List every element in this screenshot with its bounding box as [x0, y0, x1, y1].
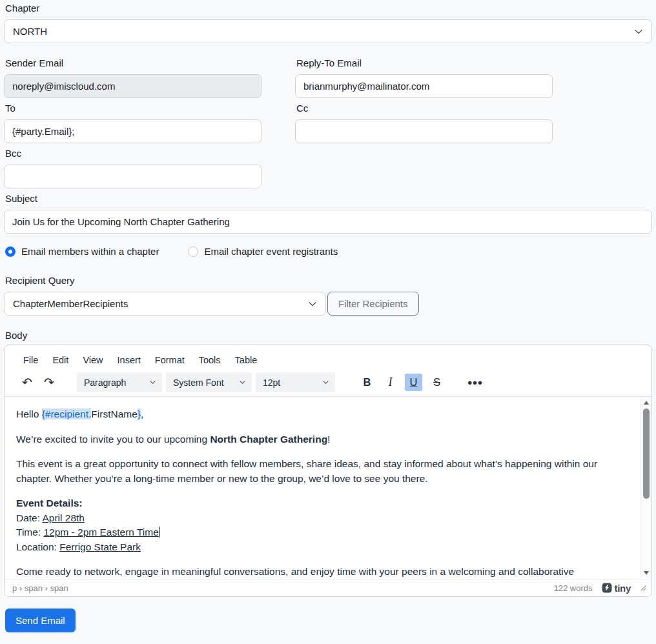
chapter-select-value: NORTH [13, 26, 47, 37]
closing-paragraph: Come ready to network, engage in meaning… [16, 565, 615, 579]
editor-toolbar: ↶ ↷ Paragraph System Font 12pt [5, 368, 651, 397]
menubar-item-tools[interactable]: Tools [193, 353, 227, 367]
tiny-logo-text: tiny [615, 583, 631, 594]
to-field[interactable] [4, 119, 261, 143]
font-size-select[interactable]: 12pt [256, 372, 335, 392]
cc-label: Cc [296, 101, 553, 115]
undo-icon: ↶ [22, 376, 32, 388]
text-cursor [159, 527, 161, 538]
event-time: 12pm - 2pm Eastern Time [43, 527, 158, 538]
chevron-down-icon [308, 299, 317, 308]
bcc-label: Bcc [5, 146, 261, 160]
send-email-button[interactable]: Send Email [5, 609, 76, 632]
description-paragraph: This event is a great opportunity to con… [16, 457, 615, 486]
paragraph-style-select[interactable]: Paragraph [77, 372, 162, 392]
filter-recipients-button[interactable]: Filter Recipients [327, 292, 419, 316]
radio-unchecked-icon[interactable] [188, 247, 198, 257]
underline-button[interactable]: U [405, 374, 422, 391]
greeting-paragraph: Hello {#recipient.FirstName}, [16, 407, 615, 422]
chapter-field-group: Chapter NORTH [4, 1, 652, 43]
undo-button[interactable]: ↶ [17, 373, 37, 392]
radio-checked-icon[interactable] [5, 247, 15, 257]
recipient-query-label: Recipient Query [5, 274, 652, 287]
recipient-query-group: Recipient Query ChapterMemberRecipients … [4, 274, 652, 316]
reply-to-group: Reply-To Email [295, 56, 553, 98]
chevron-down-icon [149, 379, 156, 386]
resize-handle[interactable] [640, 585, 646, 591]
font-family-select[interactable]: System Font [166, 372, 252, 392]
invite-paragraph: We’re excited to invite you to our upcom… [16, 432, 615, 447]
scroll-down-icon[interactable] [644, 571, 649, 575]
radio-event-registrants[interactable]: Email chapter event registrants [188, 246, 338, 257]
strikethrough-button[interactable]: S [428, 374, 446, 391]
recipient-query-value: ChapterMemberRecipients [13, 298, 128, 309]
menubar-item-file[interactable]: File [17, 353, 44, 367]
editor-content-wrap: Hello {#recipient.FirstName}, We’re exci… [5, 397, 651, 579]
more-toolbar-button[interactable]: ●●● [466, 374, 484, 391]
menubar-item-table[interactable]: Table [229, 353, 263, 367]
cc-field[interactable] [295, 119, 553, 143]
element-path: p › span › span [12, 583, 68, 593]
event-location: Ferrigo State Park [59, 541, 141, 552]
scroll-up-icon[interactable] [644, 401, 649, 405]
redo-button[interactable]: ↷ [39, 373, 59, 392]
word-count[interactable]: 122 words [554, 583, 593, 593]
editor-scrollbar[interactable] [641, 397, 651, 578]
to-group: To [4, 101, 261, 143]
editor-menubar: File Edit View Insert Format Tools Table [5, 345, 651, 368]
menubar-item-insert[interactable]: Insert [112, 353, 147, 367]
subject-field[interactable] [4, 210, 652, 234]
subject-group: Subject [4, 192, 652, 234]
recipient-query-select[interactable]: ChapterMemberRecipients [4, 292, 326, 316]
redo-icon: ↷ [44, 376, 54, 388]
radio-event-registrants-label: Email chapter event registrants [204, 246, 338, 257]
chapter-label: Chapter [5, 1, 652, 15]
event-date: April 28th [43, 512, 85, 523]
tiny-logo-icon [602, 583, 612, 593]
sender-email-group: Sender Email [4, 56, 261, 98]
chapter-select[interactable]: NORTH [4, 19, 652, 43]
radio-members-chapter[interactable]: Email members within a chapter [5, 246, 159, 257]
cc-group: Cc [295, 101, 553, 143]
subject-label: Subject [5, 192, 652, 205]
scrollbar-thumb[interactable] [643, 408, 650, 499]
bcc-field[interactable] [4, 165, 261, 188]
merge-token-field: FirstName [91, 408, 137, 419]
body-label: Body [5, 328, 652, 342]
chevron-down-icon [322, 379, 329, 386]
sender-email-field [4, 74, 261, 98]
chevron-down-icon [634, 27, 643, 36]
tinymce-branding[interactable]: tiny [602, 583, 631, 594]
paragraph-style-value: Paragraph [84, 377, 126, 388]
bold-button[interactable]: B [358, 374, 376, 391]
menubar-item-edit[interactable]: Edit [46, 353, 74, 367]
merge-token-open: {#recipient. [42, 408, 92, 419]
event-name-bold: North Chapter Gathering [210, 434, 327, 445]
bcc-group: Bcc [4, 146, 261, 188]
chevron-down-icon [239, 379, 246, 386]
menubar-item-format[interactable]: Format [149, 353, 190, 367]
event-details-paragraph: Event Details: Date: April 28th Time: 12… [16, 496, 615, 554]
sender-email-label: Sender Email [5, 56, 261, 70]
reply-to-label: Reply-To Email [296, 56, 553, 70]
to-label: To [5, 101, 261, 115]
rich-text-editor: File Edit View Insert Format Tools Table… [4, 345, 652, 597]
editor-statusbar: p › span › span 122 words tiny [5, 579, 651, 596]
font-family-value: System Font [173, 377, 224, 388]
reply-to-field[interactable] [295, 74, 553, 98]
font-size-value: 12pt [263, 377, 280, 388]
italic-button[interactable]: I [382, 374, 399, 391]
editor-content[interactable]: Hello {#recipient.FirstName}, We’re exci… [5, 397, 651, 579]
audience-radio-group: Email members within a chapter Email cha… [5, 246, 652, 257]
radio-members-chapter-label: Email members within a chapter [21, 246, 159, 257]
menubar-item-view[interactable]: View [77, 353, 108, 367]
event-details-heading: Event Details: [16, 498, 83, 508]
body-group: Body File Edit View Insert Format Tools … [4, 328, 652, 597]
